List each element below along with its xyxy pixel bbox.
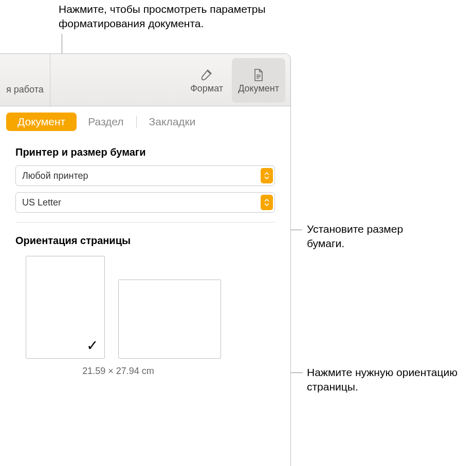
document-icon [251,68,266,82]
document-button[interactable]: Документ [232,58,285,103]
printer-select-value: Любой принтер [22,171,88,181]
printer-select[interactable]: Любой принтер [15,165,275,186]
sidebar-tabs: Документ Раздел Закладки [0,106,290,134]
select-stepper-icon [261,195,273,210]
annotation-top: Нажмите, чтобы просмотреть параметры фор… [59,2,285,31]
page-dimensions: 21.59 × 27.94 cm [15,366,211,377]
toolbar-cut-item: я работа [0,54,50,106]
select-stepper-icon [261,168,273,183]
orientation-landscape[interactable] [118,279,221,359]
format-button[interactable]: Формат [184,58,230,103]
printer-section-title: Принтер и размер бумаги [15,146,275,158]
document-label: Документ [238,83,279,94]
tab-document[interactable]: Документ [6,113,77,131]
orientation-title: Ориентация страницы [15,235,275,247]
toolbar: я работа Формат [0,54,290,106]
checkmark-icon: ✓ [86,337,98,354]
orientation-row: ✓ [15,256,275,359]
tab-section[interactable]: Раздел [77,113,135,131]
format-label: Формат [190,83,223,94]
app-window: я работа Формат [0,53,291,466]
tab-bookmarks[interactable]: Закладки [138,113,207,131]
document-panel: Принтер и размер бумаги Любой принтер US… [0,134,290,377]
orientation-portrait[interactable]: ✓ [26,256,105,359]
paper-size-value: US Letter [22,197,61,208]
divider [15,222,275,222]
brush-icon [199,68,214,82]
annotation-orientation: Нажмите нужную ориентацию страницы. [307,365,461,395]
annotation-paper: Установите размер бумаги. [307,222,441,251]
tab-divider [136,116,137,128]
paper-size-select[interactable]: US Letter [15,192,275,213]
